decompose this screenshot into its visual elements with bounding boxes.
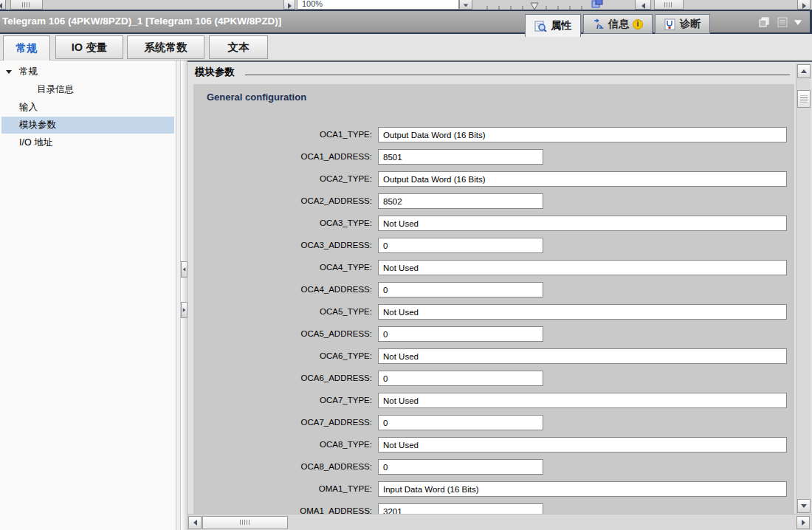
panel-heading-row: 模块参数 xyxy=(195,65,790,79)
scroll-up-button[interactable] xyxy=(797,64,811,78)
vertical-scrollbar[interactable] xyxy=(796,63,811,514)
param-input-oca1_type[interactable] xyxy=(378,127,787,142)
tab-properties[interactable]: 属性 xyxy=(525,14,581,37)
fit-to-view-icon[interactable] xyxy=(591,0,604,9)
tree-item-io-addresses[interactable]: I/O 地址 xyxy=(1,134,174,151)
horizontal-scrollbar-thumb[interactable] xyxy=(202,516,288,529)
param-row: OCA1_ADDRESS: xyxy=(193,149,794,171)
param-row: OMA1_ADDRESS: xyxy=(193,503,794,514)
zoom-slider[interactable] xyxy=(481,0,586,10)
info-icon: i xyxy=(593,18,605,30)
tree-item-general[interactable]: 常规 xyxy=(1,63,174,80)
expand-right-button[interactable] xyxy=(181,302,187,318)
scroll-right-button[interactable] xyxy=(796,516,810,529)
param-input-oca4_address[interactable] xyxy=(378,282,543,297)
vertical-scrollbar-thumb[interactable] xyxy=(797,90,811,108)
tree-item-label: 输入 xyxy=(19,101,38,114)
tab-io-tags[interactable]: IO 变量 xyxy=(55,35,123,59)
tree-item-module-parameters[interactable]: 模块参数 xyxy=(1,117,174,134)
editor-toolbar-fragment: 100% xyxy=(0,0,812,10)
tab-info[interactable]: i 信息 i xyxy=(583,14,653,34)
inspector-tab-bar: 属性 i 信息 i 诊断 xyxy=(523,14,710,35)
collapse-left-button[interactable] xyxy=(181,261,187,278)
param-input-oca6_address[interactable] xyxy=(378,371,543,386)
param-row: OCA1_TYPE: xyxy=(193,127,794,149)
scroll-right-button[interactable] xyxy=(283,0,295,10)
scroll-right-button-2[interactable] xyxy=(797,0,811,10)
info-badge-icon: i xyxy=(633,19,643,30)
param-label: OCA8_TYPE: xyxy=(193,437,378,449)
param-input-oca7_address[interactable] xyxy=(378,415,543,430)
param-row: OCA8_ADDRESS: xyxy=(193,459,794,481)
param-label: OCA3_ADDRESS: xyxy=(193,238,378,249)
param-input-oca3_type[interactable] xyxy=(378,216,787,231)
list-view-icon[interactable] xyxy=(777,16,788,28)
param-input-oca1_address[interactable] xyxy=(378,149,543,165)
collapse-pane-icon[interactable] xyxy=(794,20,802,25)
param-input-oca8_type[interactable] xyxy=(378,437,787,452)
param-label: OCA1_TYPE: xyxy=(193,127,378,139)
pane-splitter[interactable] xyxy=(181,61,187,530)
grip-icon xyxy=(240,520,250,525)
left-arrow-icon xyxy=(193,520,197,526)
scroll-left-button[interactable] xyxy=(188,516,202,529)
left-arrow-icon xyxy=(641,3,645,9)
param-input-oca2_address[interactable] xyxy=(378,193,543,209)
divider xyxy=(245,65,790,75)
param-label: OCA3_TYPE: xyxy=(193,216,378,227)
parameter-rows: OCA1_TYPE: OCA1_ADDRESS: OCA2_TYPE: OCA2… xyxy=(193,127,794,514)
scroll-left-button-2[interactable] xyxy=(635,0,651,10)
left-arrow-icon xyxy=(183,267,186,272)
param-input-oca3_address[interactable] xyxy=(378,238,543,253)
tab-info-label: 信息 xyxy=(608,18,629,31)
param-input-oma1_address[interactable] xyxy=(378,503,543,514)
param-row: OCA2_ADDRESS: xyxy=(193,193,794,216)
tree-item-label: 目录信息 xyxy=(37,83,74,96)
param-input-oca5_address[interactable] xyxy=(378,326,543,342)
param-input-oca4_type[interactable] xyxy=(378,260,787,275)
param-row: OCA3_ADDRESS: xyxy=(193,238,794,260)
param-row: OCA4_TYPE: xyxy=(193,260,794,282)
down-arrow-icon xyxy=(801,504,807,508)
float-window-icon[interactable] xyxy=(758,16,770,28)
panel-heading: 模块参数 xyxy=(195,66,235,79)
tree-item-input[interactable]: 输入 xyxy=(1,99,174,116)
param-input-oca8_address[interactable] xyxy=(378,459,543,475)
left-arrow-icon xyxy=(0,3,2,9)
zoom-dropdown-button[interactable] xyxy=(459,0,472,10)
zoom-level-combobox[interactable]: 100% xyxy=(297,0,459,10)
param-label: OCA2_TYPE: xyxy=(193,171,378,183)
horizontal-scrollbar-thumb[interactable] xyxy=(10,0,43,10)
tab-texts[interactable]: 文本 xyxy=(209,35,268,59)
tree-item-label: 常规 xyxy=(19,66,38,78)
tab-diagnostics[interactable]: 诊断 xyxy=(655,14,710,34)
param-label: OCA6_TYPE: xyxy=(193,348,378,360)
inspector-titlebar: Telegram 106 (4PKW/8PZD)_1 [Telegram 106… xyxy=(0,11,812,34)
tree-item-label: I/O 地址 xyxy=(19,137,52,149)
horizontal-scrollbar-thumb-2[interactable] xyxy=(654,0,684,10)
param-row: OCA7_TYPE: xyxy=(193,393,794,415)
chevron-down-icon xyxy=(464,4,468,7)
param-input-oca7_type[interactable] xyxy=(378,393,787,408)
param-label: OCA2_ADDRESS: xyxy=(193,193,378,205)
param-input-oca2_type[interactable] xyxy=(378,171,787,187)
param-input-oma1_type[interactable] xyxy=(378,481,787,497)
tree-scrollbar[interactable] xyxy=(176,61,181,530)
svg-text:i: i xyxy=(596,21,599,30)
nav-tree: 常规 目录信息 输入 模块参数 I/O 地址 xyxy=(0,61,176,530)
expander-icon[interactable] xyxy=(6,70,12,74)
scroll-left-button[interactable] xyxy=(0,0,6,10)
inspector-title: Telegram 106 (4PKW/8PZD)_1 [Telegram 106… xyxy=(2,16,281,27)
tree-item-catalog-info[interactable]: 目录信息 xyxy=(1,81,174,98)
tab-general[interactable]: 常规 xyxy=(3,35,50,61)
scroll-down-button[interactable] xyxy=(797,499,811,513)
param-row: OCA4_ADDRESS: xyxy=(193,282,794,304)
inspector-window: 100% Telegram 106 (4PKW/8PZD)_1 [Telegra… xyxy=(0,0,812,530)
param-input-oca5_type[interactable] xyxy=(378,304,787,320)
horizontal-scrollbar[interactable] xyxy=(187,514,812,530)
param-input-oca6_type[interactable] xyxy=(378,348,787,364)
param-label: OCA4_TYPE: xyxy=(193,260,378,272)
grip-icon xyxy=(22,2,31,7)
tab-system-constants[interactable]: 系统常数 xyxy=(127,35,204,59)
param-row: OCA8_TYPE: xyxy=(193,437,794,459)
